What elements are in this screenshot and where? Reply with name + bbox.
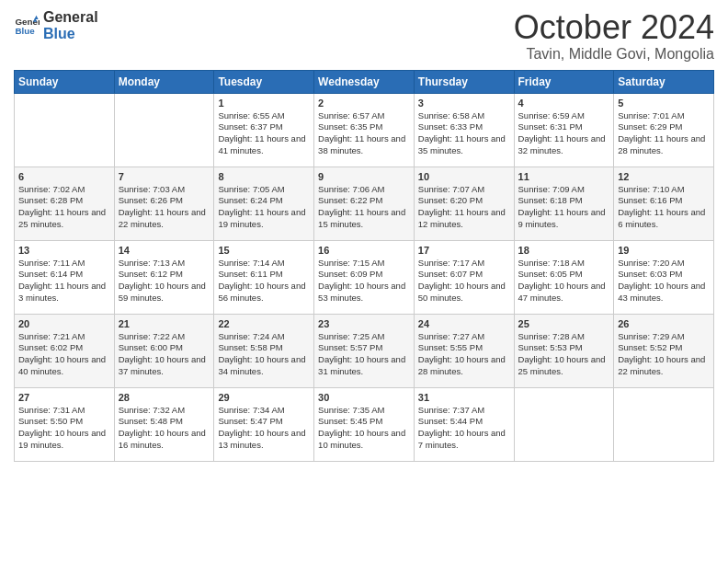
day-info: Sunrise: 7:25 AMSunset: 5:57 PMDaylight:… — [318, 331, 410, 378]
day-number: 7 — [119, 171, 210, 182]
day-info: Sunrise: 7:34 AMSunset: 5:47 PMDaylight:… — [218, 405, 310, 452]
day-number: 27 — [18, 392, 110, 403]
calendar-cell — [614, 387, 714, 461]
calendar-cell: 30Sunrise: 7:35 AMSunset: 5:45 PMDayligh… — [314, 387, 415, 461]
title-block: October 2024 Tavin, Middle Govi, Mongoli… — [514, 9, 714, 63]
calendar-cell: 20Sunrise: 7:21 AMSunset: 6:02 PMDayligh… — [15, 314, 115, 387]
day-info: Sunrise: 7:27 AMSunset: 5:55 PMDaylight:… — [418, 331, 510, 378]
day-info: Sunrise: 6:55 AMSunset: 6:37 PMDaylight:… — [218, 110, 310, 157]
day-info: Sunrise: 6:57 AMSunset: 6:35 PMDaylight:… — [318, 110, 410, 157]
logo-icon: General Blue — [14, 13, 40, 39]
day-info: Sunrise: 7:07 AMSunset: 6:20 PMDaylight:… — [418, 184, 510, 231]
day-number: 6 — [18, 171, 110, 182]
calendar-cell: 21Sunrise: 7:22 AMSunset: 6:00 PMDayligh… — [114, 314, 214, 387]
day-info: Sunrise: 7:01 AMSunset: 6:29 PMDaylight:… — [618, 110, 710, 157]
day-info: Sunrise: 6:58 AMSunset: 6:33 PMDaylight:… — [418, 110, 510, 157]
day-number: 24 — [418, 318, 510, 329]
day-number: 11 — [518, 171, 610, 182]
day-info: Sunrise: 7:28 AMSunset: 5:53 PMDaylight:… — [518, 331, 610, 378]
day-info: Sunrise: 6:59 AMSunset: 6:31 PMDaylight:… — [518, 110, 610, 157]
day-info: Sunrise: 7:13 AMSunset: 6:12 PMDaylight:… — [119, 258, 210, 304]
calendar-week-3: 13Sunrise: 7:11 AMSunset: 6:14 PMDayligh… — [15, 240, 714, 314]
day-number: 4 — [518, 98, 610, 109]
day-number: 20 — [18, 318, 110, 329]
day-number: 9 — [318, 171, 410, 182]
day-number: 15 — [218, 245, 310, 256]
calendar-cell: 5Sunrise: 7:01 AMSunset: 6:29 PMDaylight… — [614, 93, 714, 167]
calendar-cell: 28Sunrise: 7:32 AMSunset: 5:48 PMDayligh… — [114, 387, 214, 461]
calendar-week-5: 27Sunrise: 7:31 AMSunset: 5:50 PMDayligh… — [15, 387, 714, 461]
day-info: Sunrise: 7:29 AMSunset: 5:52 PMDaylight:… — [618, 331, 710, 378]
day-number: 10 — [418, 171, 510, 182]
day-info: Sunrise: 7:11 AMSunset: 6:14 PMDaylight:… — [18, 258, 110, 304]
day-info: Sunrise: 7:05 AMSunset: 6:24 PMDaylight:… — [218, 184, 310, 231]
month-title: October 2024 — [514, 9, 714, 46]
day-number: 22 — [218, 318, 310, 329]
day-header-sunday: Sunday — [15, 70, 115, 93]
calendar-cell: 18Sunrise: 7:18 AMSunset: 6:05 PMDayligh… — [514, 240, 614, 314]
calendar-cell — [514, 387, 614, 461]
calendar-week-1: 1Sunrise: 6:55 AMSunset: 6:37 PMDaylight… — [15, 93, 714, 167]
day-number: 23 — [318, 318, 410, 329]
day-info: Sunrise: 7:10 AMSunset: 6:16 PMDaylight:… — [618, 184, 710, 231]
svg-text:Blue: Blue — [15, 26, 35, 36]
day-info: Sunrise: 7:20 AMSunset: 6:03 PMDaylight:… — [618, 258, 710, 304]
day-number: 26 — [618, 318, 710, 329]
calendar-week-2: 6Sunrise: 7:02 AMSunset: 6:28 PMDaylight… — [15, 167, 714, 240]
day-number: 14 — [119, 245, 210, 256]
day-number: 25 — [518, 318, 610, 329]
day-number: 21 — [119, 318, 210, 329]
day-number: 16 — [318, 245, 410, 256]
day-info: Sunrise: 7:31 AMSunset: 5:50 PMDaylight:… — [18, 405, 110, 452]
day-header-tuesday: Tuesday — [214, 70, 314, 93]
day-number: 30 — [318, 392, 410, 403]
calendar-cell: 9Sunrise: 7:06 AMSunset: 6:22 PMDaylight… — [314, 167, 415, 240]
calendar-cell: 16Sunrise: 7:15 AMSunset: 6:09 PMDayligh… — [314, 240, 415, 314]
day-header-friday: Friday — [514, 70, 614, 93]
calendar-cell: 26Sunrise: 7:29 AMSunset: 5:52 PMDayligh… — [614, 314, 714, 387]
calendar-cell: 11Sunrise: 7:09 AMSunset: 6:18 PMDayligh… — [514, 167, 614, 240]
location-title: Tavin, Middle Govi, Mongolia — [514, 46, 714, 63]
day-info: Sunrise: 7:03 AMSunset: 6:26 PMDaylight:… — [119, 184, 210, 231]
calendar-cell: 22Sunrise: 7:24 AMSunset: 5:58 PMDayligh… — [214, 314, 314, 387]
day-number: 3 — [418, 98, 510, 109]
day-number: 18 — [518, 245, 610, 256]
calendar-cell: 2Sunrise: 6:57 AMSunset: 6:35 PMDaylight… — [314, 93, 415, 167]
day-number: 12 — [618, 171, 710, 182]
day-info: Sunrise: 7:21 AMSunset: 6:02 PMDaylight:… — [18, 331, 110, 378]
day-number: 13 — [18, 245, 110, 256]
day-info: Sunrise: 7:32 AMSunset: 5:48 PMDaylight:… — [119, 405, 210, 452]
calendar-cell: 25Sunrise: 7:28 AMSunset: 5:53 PMDayligh… — [514, 314, 614, 387]
calendar-cell — [15, 93, 115, 167]
calendar-cell: 10Sunrise: 7:07 AMSunset: 6:20 PMDayligh… — [414, 167, 514, 240]
logo-general: General — [43, 9, 98, 26]
day-info: Sunrise: 7:06 AMSunset: 6:22 PMDaylight:… — [318, 184, 410, 231]
day-info: Sunrise: 7:14 AMSunset: 6:11 PMDaylight:… — [218, 258, 310, 304]
calendar-week-4: 20Sunrise: 7:21 AMSunset: 6:02 PMDayligh… — [15, 314, 714, 387]
calendar-cell: 19Sunrise: 7:20 AMSunset: 6:03 PMDayligh… — [614, 240, 714, 314]
day-header-saturday: Saturday — [614, 70, 714, 93]
calendar-cell — [114, 93, 214, 167]
calendar-header-row: SundayMondayTuesdayWednesdayThursdayFrid… — [15, 70, 714, 93]
day-info: Sunrise: 7:18 AMSunset: 6:05 PMDaylight:… — [518, 258, 610, 304]
calendar-cell: 27Sunrise: 7:31 AMSunset: 5:50 PMDayligh… — [15, 387, 115, 461]
calendar-cell: 15Sunrise: 7:14 AMSunset: 6:11 PMDayligh… — [214, 240, 314, 314]
day-info: Sunrise: 7:02 AMSunset: 6:28 PMDaylight:… — [18, 184, 110, 231]
calendar-cell: 24Sunrise: 7:27 AMSunset: 5:55 PMDayligh… — [414, 314, 514, 387]
calendar-cell: 12Sunrise: 7:10 AMSunset: 6:16 PMDayligh… — [614, 167, 714, 240]
day-number: 8 — [218, 171, 310, 182]
calendar-cell: 31Sunrise: 7:37 AMSunset: 5:44 PMDayligh… — [414, 387, 514, 461]
calendar-body: 1Sunrise: 6:55 AMSunset: 6:37 PMDaylight… — [15, 93, 714, 461]
day-number: 28 — [119, 392, 210, 403]
day-number: 31 — [418, 392, 510, 403]
calendar-cell: 3Sunrise: 6:58 AMSunset: 6:33 PMDaylight… — [414, 93, 514, 167]
page: General Blue General Blue October 2024 T… — [0, 0, 728, 563]
day-number: 2 — [318, 98, 410, 109]
calendar-cell: 14Sunrise: 7:13 AMSunset: 6:12 PMDayligh… — [114, 240, 214, 314]
logo-blue: Blue — [43, 26, 98, 42]
calendar-cell: 4Sunrise: 6:59 AMSunset: 6:31 PMDaylight… — [514, 93, 614, 167]
calendar-cell: 7Sunrise: 7:03 AMSunset: 6:26 PMDaylight… — [114, 167, 214, 240]
calendar-cell: 8Sunrise: 7:05 AMSunset: 6:24 PMDaylight… — [214, 167, 314, 240]
day-info: Sunrise: 7:22 AMSunset: 6:00 PMDaylight:… — [119, 331, 210, 378]
logo: General Blue General Blue — [14, 9, 98, 41]
